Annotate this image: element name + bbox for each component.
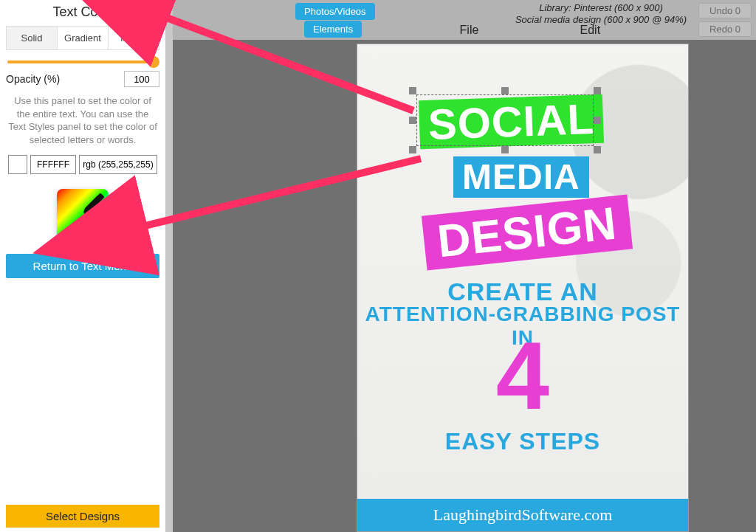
handle-bot-mid[interactable] bbox=[501, 146, 509, 153]
opacity-input[interactable] bbox=[124, 71, 159, 87]
tab-gradient[interactable]: Gradient bbox=[58, 27, 109, 49]
footer-bar[interactable]: LaughingbirdSoftware.com bbox=[357, 499, 688, 531]
opacity-label: Opacity (%) bbox=[6, 73, 60, 85]
tab-solid[interactable]: Solid bbox=[7, 27, 58, 49]
redo-button[interactable]: Redo 0 bbox=[698, 21, 752, 37]
hex-field[interactable]: FFFFFF bbox=[30, 155, 76, 174]
tab-image[interactable]: Image bbox=[109, 27, 159, 49]
top-toolbar: Photos/Videos Elements Library: Pinteres… bbox=[173, 0, 756, 40]
eyedropper-icon bbox=[79, 193, 104, 218]
handle-bot-left[interactable] bbox=[409, 146, 416, 153]
fill-type-tabs: Solid Gradient Image bbox=[6, 26, 159, 50]
rgb-field[interactable]: rgb (255,255,255) bbox=[79, 155, 157, 174]
menu-file[interactable]: File bbox=[460, 24, 479, 37]
eyedropper-button[interactable] bbox=[57, 189, 109, 241]
text-media[interactable]: MEDIA bbox=[453, 156, 589, 198]
opacity-slider[interactable] bbox=[6, 58, 159, 69]
return-to-text-menu-button[interactable]: Return to Text Menu bbox=[6, 254, 159, 278]
color-swatch[interactable] bbox=[8, 155, 27, 174]
text-big-4[interactable]: 4 bbox=[357, 328, 688, 424]
handle-mid-left[interactable] bbox=[409, 117, 416, 124]
text-easy-steps[interactable]: EASY STEPS bbox=[357, 428, 688, 455]
slider-thumb[interactable] bbox=[148, 56, 159, 68]
panel-help-text: Use this panel to set the color of the e… bbox=[6, 94, 159, 155]
panel-title: Text Color bbox=[6, 1, 159, 26]
color-value-row: FFFFFF rgb (255,255,255) bbox=[6, 155, 159, 184]
text-color-panel: Text Color Solid Gradient Image Opacity … bbox=[0, 0, 165, 532]
text-design[interactable]: DESIGN bbox=[422, 195, 633, 271]
artboard[interactable]: SOCIAL MEDIA DESIGN CREATE AN ATTENTION-… bbox=[357, 44, 688, 531]
undo-button[interactable]: Undo 0 bbox=[698, 3, 752, 18]
menu-edit[interactable]: Edit bbox=[580, 24, 601, 37]
canvas-area[interactable]: SOCIAL MEDIA DESIGN CREATE AN ATTENTION-… bbox=[173, 40, 756, 532]
handle-bot-right[interactable] bbox=[594, 146, 601, 153]
panel-divider bbox=[165, 0, 173, 532]
handle-top-left[interactable] bbox=[409, 87, 416, 94]
text-social[interactable]: SOCIAL bbox=[419, 94, 604, 150]
elements-button[interactable]: Elements bbox=[304, 21, 362, 38]
photos-videos-button[interactable]: Photos/Videos bbox=[295, 3, 375, 20]
handle-top-mid[interactable] bbox=[501, 87, 509, 94]
select-designs-button[interactable]: Select Designs bbox=[6, 505, 159, 528]
handle-top-right[interactable] bbox=[594, 87, 601, 94]
